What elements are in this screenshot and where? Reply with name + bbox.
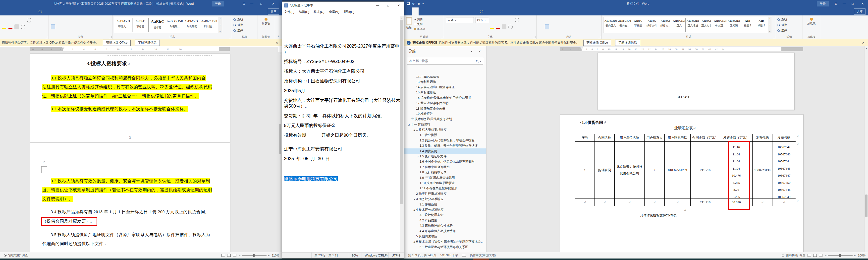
ribbon-tab[interactable] — [464, 7, 470, 16]
web-layout-icon[interactable] — [233, 254, 237, 257]
left-document-area[interactable]: 3.投标人资格要求↵ 3.1 投标人须具有独立签订合同权利和履行合同能力，必须是… — [0, 52, 282, 252]
indent-marker[interactable] — [580, 47, 583, 49]
font-icon[interactable] — [508, 25, 513, 29]
page-indicator[interactable]: 第 189 页，共 248 页 — [408, 253, 436, 258]
ribbon-tab[interactable] — [438, 7, 444, 16]
ribbon-tab[interactable] — [29, 7, 35, 16]
nav-heading-item[interactable]: 1.2 我公司为代理商投标，非联合体投标 — [404, 138, 486, 143]
font-icon[interactable] — [21, 18, 25, 23]
style-item[interactable]: AaBbCcDdE 列出段... — [201, 18, 217, 32]
paragraph-icon[interactable] — [551, 24, 555, 29]
style-item[interactable]: AaB 标题 2 — [755, 18, 768, 32]
paragraph-icon[interactable] — [88, 24, 93, 29]
ribbon-tab[interactable] — [470, 7, 477, 16]
addin-icon[interactable] — [265, 18, 268, 21]
paragraph-icon[interactable] — [569, 18, 574, 23]
close-button[interactable]: ✕ — [269, 0, 277, 7]
save-icon[interactable] — [407, 2, 410, 5]
right-document-area[interactable]: 642 246810121416182022242628303234363840… — [487, 46, 865, 252]
paragraph-icon[interactable] — [557, 18, 562, 23]
share-button[interactable]: 共享 — [854, 8, 866, 15]
font-icon[interactable] — [497, 18, 501, 23]
language-indicator[interactable]: 简体中文(中国大陆) — [470, 253, 496, 258]
ribbon-tab[interactable] — [9, 7, 16, 16]
signin-button[interactable]: 登录 — [817, 1, 829, 6]
nav-heading-item[interactable]: 16 乐泰铅酸/胶体蓄电池使用维护说明书 — [404, 95, 486, 100]
paragraph-icon[interactable] — [88, 18, 93, 23]
zoom-level[interactable]: 110% — [272, 254, 279, 257]
close-button[interactable]: ✕ — [394, 2, 404, 9]
editing-command[interactable]: 查找 — [777, 17, 801, 22]
get-office-button[interactable]: 获取正版 Office — [103, 39, 131, 46]
minimize-button[interactable]: — — [373, 2, 383, 9]
styles-scrollbar[interactable]: ▴▾≡ — [218, 17, 222, 33]
paragraph-icon[interactable] — [82, 18, 86, 23]
addin-icon[interactable] — [810, 18, 813, 21]
style-item[interactable]: AaBbCcDd 列出段落 — [184, 18, 200, 32]
nav-heading-item[interactable]: 1.10 反商业贿赂书面承诺 — [404, 180, 486, 186]
nav-heading-item[interactable]: 17 蓄电池储存条件说明 — [404, 100, 486, 106]
nav-heading-item[interactable]: 4.1 设计使用寿命 — [404, 212, 486, 218]
font-icon[interactable] — [452, 24, 457, 29]
font-icon[interactable] — [14, 18, 19, 23]
font-icon[interactable] — [503, 18, 507, 23]
accessibility-status[interactable]: 辅助功能: 调查 — [782, 253, 806, 258]
close-warning-icon[interactable]: ✕ — [862, 41, 865, 45]
share-button[interactable]: 共享 — [268, 8, 279, 15]
ribbon-tab[interactable] — [432, 7, 438, 16]
web-layout-icon[interactable] — [819, 254, 823, 257]
font-icon[interactable] — [14, 24, 19, 29]
ribbon-display-icon[interactable]: ⊡ — [832, 0, 840, 7]
paragraph-icon[interactable] — [94, 18, 99, 23]
nav-heading-item[interactable]: 2 响应性评审标准响应 — [404, 191, 486, 197]
font-icon[interactable] — [465, 24, 469, 29]
nav-heading-item[interactable]: 1.7 信用中国查询截图 — [404, 165, 486, 170]
ribbon-tab[interactable] — [35, 7, 46, 16]
ribbon-tab[interactable] — [406, 7, 412, 16]
paragraph-icon[interactable] — [551, 18, 555, 23]
nav-heading-item[interactable]: ▷ 1.5 原产地证明文件 — [404, 154, 486, 159]
collapse-ribbon-icon[interactable]: ∧ — [278, 35, 280, 38]
paragraph-icon[interactable] — [582, 18, 587, 23]
font-icon[interactable] — [491, 18, 495, 23]
zoom-slider[interactable]: −+ — [825, 254, 856, 257]
expand-icon[interactable]: ◢ — [412, 198, 416, 200]
group-expander-icon[interactable] — [533, 36, 536, 38]
nav-heading-item[interactable]: ◢ 1 投标人资格要求响应 — [404, 127, 486, 133]
left-ruler[interactable]: 8642 2468101214161820 — [0, 47, 278, 52]
nav-heading-item[interactable]: 1.8 无行贿犯罪记录 — [404, 170, 486, 175]
paragraph-icon[interactable] — [538, 18, 543, 23]
font-icon[interactable] — [8, 18, 13, 23]
right-doc-scrollbar[interactable]: ▴ — [865, 46, 868, 252]
font-icon[interactable] — [477, 24, 482, 29]
paragraph-icon[interactable] — [51, 18, 55, 23]
paragraph-icon[interactable] — [563, 18, 568, 23]
nav-heading-item[interactable]: 4.4 乐泰电池产品技术手册 — [404, 228, 486, 234]
ribbon-tab[interactable] — [418, 7, 425, 16]
paragraph-icon[interactable] — [563, 24, 568, 29]
paragraph-icon[interactable] — [76, 18, 80, 23]
learn-more-button[interactable]: 了解详细信息 — [135, 39, 160, 46]
search-dropdown-icon[interactable]: ▾ — [480, 60, 481, 62]
right-ruler[interactable]: 642 246810121416182022242628303234363840… — [487, 47, 865, 52]
paragraph-icon[interactable] — [557, 24, 562, 29]
font-icon[interactable] — [8, 24, 13, 29]
nav-heading-item[interactable]: 1.3 质量、健康、安全与环境管理体系认证 — [404, 143, 486, 148]
zoom-slider[interactable]: −+ — [239, 254, 270, 257]
paragraph-icon[interactable] — [545, 24, 549, 29]
style-item[interactable]: AaBbCc 投标文... — [659, 18, 672, 32]
menu-item[interactable]: 文件(F) — [282, 10, 297, 14]
previous-page-fragment[interactable]: 188 / 248↵ — [598, 53, 794, 110]
nav-heading-item[interactable]: ◢ 3 商务评分标准响应 — [404, 197, 486, 202]
expand-icon[interactable]: ◢ — [412, 129, 416, 131]
group-expander-icon[interactable] — [598, 36, 601, 38]
nav-heading-item[interactable]: 1.4 供货合同 — [404, 148, 486, 154]
close-warning-icon[interactable]: ✕ — [276, 41, 278, 45]
expand-icon[interactable]: ▷ — [416, 155, 420, 157]
nav-heading-item[interactable]: 5 其他因素响应 — [404, 234, 486, 239]
font-icon[interactable] — [509, 18, 513, 23]
nav-options-icon[interactable]: ▾ — [471, 50, 472, 53]
editing-command[interactable]: 替换 — [234, 22, 256, 28]
font-icon[interactable] — [483, 24, 488, 29]
styles-scrollbar[interactable]: ▴▾≡ — [768, 17, 772, 33]
